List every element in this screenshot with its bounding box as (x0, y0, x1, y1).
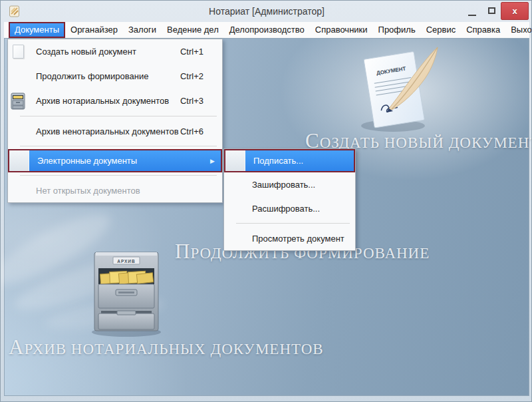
menu-separator (8, 143, 222, 149)
menu-organizer[interactable]: Органайзер (65, 22, 123, 38)
menu-item-label: Подписать... (245, 156, 303, 166)
menu-records[interactable]: Делопроизводство (224, 22, 310, 38)
maximize-icon (488, 7, 495, 14)
menu-profile[interactable]: Профиль (373, 22, 421, 38)
menu-exit[interactable]: Выход (505, 22, 532, 38)
menu-item-create-new-document[interactable]: Создать новый документ Ctrl+1 (8, 39, 222, 64)
menu-directories[interactable]: Справочники (310, 22, 373, 38)
documents-dropdown-menu: Создать новый документ Ctrl+1 Продолжить… (7, 39, 223, 203)
menu-icon-gutter (224, 196, 244, 220)
highlighted-row-body: Электронные документы ▶ (29, 150, 221, 171)
menu-separator (224, 220, 355, 226)
menu-item-electronic-documents[interactable]: Электронные документы ▶ (8, 149, 222, 172)
menu-documents[interactable]: Документы (9, 22, 65, 38)
menu-separator (8, 172, 222, 178)
highlighted-row-body: Подписать... (245, 150, 354, 171)
menu-icon-gutter (224, 172, 244, 196)
menu-item-label: Зашифровать... (244, 180, 315, 190)
menu-icon-gutter (8, 39, 28, 64)
menu-item-continue-forming[interactable]: Продолжить формирование Ctrl+2 (8, 64, 222, 89)
menu-icon-gutter (9, 150, 29, 171)
menu-item-label: Создать новый документ (28, 47, 136, 57)
minimize-button[interactable] (464, 6, 481, 18)
menu-item-encrypt[interactable]: Зашифровать... (224, 172, 355, 196)
menu-separator (8, 113, 222, 119)
menu-item-shortcut: Ctrl+6 (180, 126, 222, 136)
menu-help[interactable]: Справка (461, 22, 505, 38)
menu-item-label: Архив нотариальных документов (28, 96, 169, 106)
menu-bar: Документы Органайзер Залоги Ведение дел … (4, 22, 529, 38)
cabinet-label-text: АРХИВ (117, 259, 135, 264)
menu-item-decrypt[interactable]: Расшифровать... (224, 196, 355, 220)
menu-icon-gutter (225, 150, 245, 171)
menu-item-label: Просмотреть документ (244, 234, 344, 244)
minimize-icon (468, 15, 476, 16)
document-quill-illustration: ДОКУМЕНТ (345, 38, 446, 138)
menu-service[interactable]: Сервис (421, 22, 462, 38)
menu-item-non-notarial-archive[interactable]: Архив ненотариальных документов Ctrl+6 (8, 119, 222, 143)
submenu-arrow-icon: ▶ (210, 158, 215, 164)
menu-item-shortcut: Ctrl+2 (180, 71, 222, 81)
archive-cabinet-illustration: АРХИВ (88, 247, 165, 337)
window-title: Нотариат [Администратор] (1, 6, 532, 17)
blank-page-icon (13, 45, 24, 59)
menu-item-label: Расшифровать... (244, 204, 320, 214)
app-window: Нотариат [Администратор] x Документы Орг… (0, 0, 532, 402)
menu-icon-gutter (8, 119, 28, 143)
menu-item-notarial-archive[interactable]: Архив нотариальных документов Ctrl+3 (8, 89, 222, 113)
menu-icon-gutter (8, 89, 28, 113)
menu-item-label: Нет открытых документов (28, 186, 140, 196)
menu-icon-gutter (8, 64, 28, 89)
menu-item-shortcut: Ctrl+1 (180, 47, 222, 57)
menu-icon-gutter (224, 226, 244, 250)
electronic-documents-submenu: Подписать... Зашифровать... Расшифровать… (223, 148, 356, 251)
menu-item-shortcut: Ctrl+3 (180, 96, 222, 106)
menu-case-management[interactable]: Ведение дел (162, 22, 224, 38)
menu-pledges[interactable]: Залоги (123, 22, 162, 38)
title-bar: Нотариат [Администратор] x (1, 1, 532, 22)
maximize-button[interactable] (483, 5, 501, 18)
menu-icon-gutter (8, 178, 28, 202)
menu-item-sign[interactable]: Подписать... (224, 149, 355, 172)
archive-cabinet-icon (10, 93, 26, 110)
menu-item-view-document[interactable]: Просмотреть документ (224, 226, 355, 250)
menu-item-label: Продолжить формирование (28, 71, 148, 81)
menu-item-no-open-documents: Нет открытых документов (8, 178, 222, 202)
caption-notarial-archive: Архив нотариальных документов (9, 335, 324, 359)
menu-item-label: Электронные документы (29, 156, 137, 166)
close-button[interactable]: x (501, 2, 529, 20)
menu-item-label: Архив ненотариальных документов (28, 126, 179, 136)
